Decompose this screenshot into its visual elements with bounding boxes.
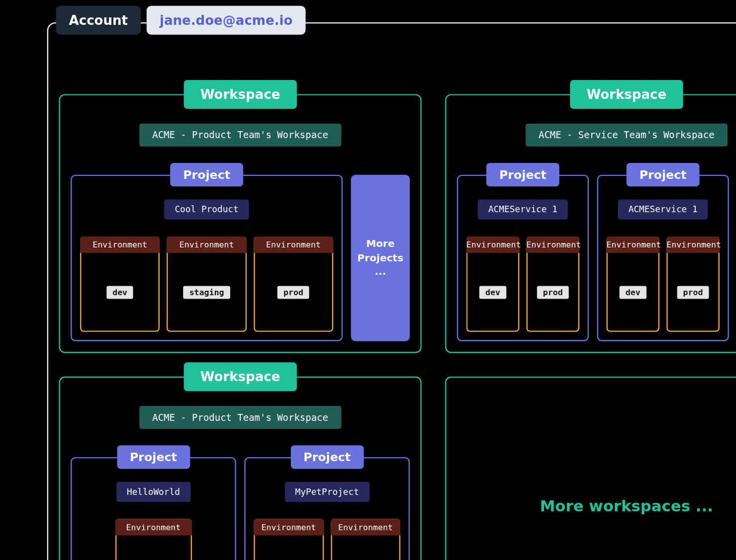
project-cool-product: Project Cool Product Environment dev Env… [71,175,343,341]
environment-prod: Environment prod [666,237,720,332]
environment-staging: Environment staging [167,237,246,332]
environment-label: Environment [666,237,720,253]
environment-label: Environment [167,237,246,253]
environment-dev: Environment dev [466,237,520,332]
environment-name: prod [677,286,709,299]
project-mypetproject: Project MyPetProject Environment dev Env… [244,457,410,560]
project-acmeservice-1b: Project ACMEService 1 Environment dev En… [597,175,729,341]
workspace-name: ACME - Product Team's Workspace [139,124,341,147]
workspace-badge: Workspace [570,80,683,109]
project-helloworld: Project HelloWorld Environment dev [71,457,236,560]
environment-label: Environment [254,519,323,535]
workspace-service-team: Workspace ACME - Service Team's Workspac… [445,94,736,353]
environment-label: Environment [254,237,333,253]
environment-name: prod [277,286,309,299]
environment-dev: Environment dev [80,237,160,332]
more-workspaces-label: More workspaces ... [540,497,713,515]
workspace-product-team: Workspace ACME - Product Team's Workspac… [59,94,421,353]
environment-name: prod [537,286,569,299]
account-tab: Account [56,6,141,35]
account-email-tab: jane.doe@acme.io [147,6,306,35]
more-workspaces: More workspaces ... [445,377,736,560]
project-badge: Project [170,163,243,186]
environment-label: Environment [80,237,160,253]
project-badge: Project [117,445,190,469]
environment-prod: Environment prod [331,519,400,560]
environment-label: Environment [466,237,520,253]
workspace-badge: Workspace [184,80,297,109]
project-badge: Project [290,445,364,469]
environment-prod: Environment prod [526,237,579,332]
project-name: MyPetProject [284,482,369,502]
more-projects-label: More Projects ... [351,237,410,279]
environment-dev: Environment dev [607,237,660,332]
project-name: Cool Product [164,199,249,219]
project-name: HelloWorld [116,482,191,502]
account-tabs: Account jane.doe@acme.io [56,6,305,35]
project-acmeservice-1a: Project ACMEService 1 Environment dev En… [457,175,589,341]
more-projects: More Projects ... [351,175,410,341]
environment-label: Environment [526,237,579,253]
environment-name: dev [620,286,646,299]
environment-prod: Environment prod [254,237,333,332]
workspace-name: ACME - Service Team's Workspace [526,124,728,147]
environment-name: staging [184,286,230,299]
project-name: ACMEService 1 [618,199,708,219]
project-badge: Project [627,163,700,186]
project-name: ACMEService 1 [478,199,568,219]
environment-label: Environment [607,237,660,253]
environment-dev: Environment dev [254,519,323,560]
environment-label: Environment [115,519,191,535]
project-badge: Project [486,163,559,186]
workspace-name: ACME - Product Team's Workspace [139,406,341,429]
workspace-badge: Workspace [184,362,297,391]
environment-label: Environment [331,519,400,535]
environment-name: dev [479,286,506,299]
workspace-product-team-2: Workspace ACME - Product Team's Workspac… [59,377,421,560]
environment-dev: Environment dev [115,519,191,560]
environment-name: dev [106,286,133,299]
